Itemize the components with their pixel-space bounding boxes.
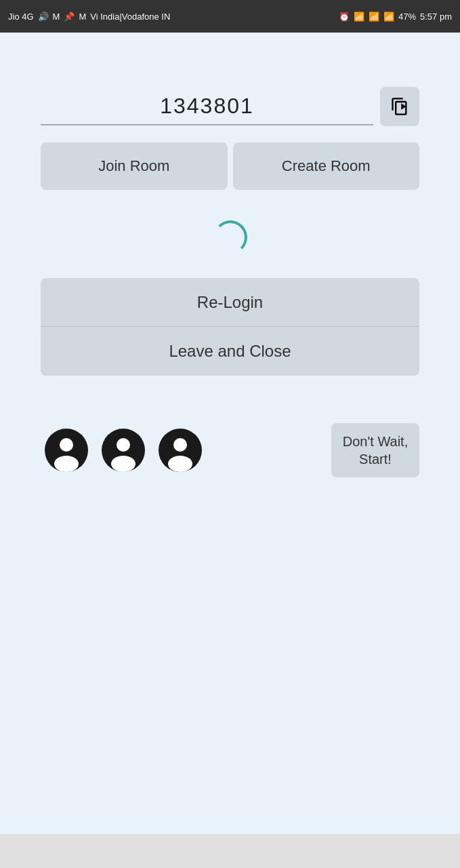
avatar-icon-3 <box>159 429 202 472</box>
alarm-icon: ⏰ <box>339 12 350 22</box>
copy-icon <box>390 97 409 116</box>
main-content: Join Room Create Room Re-Login Leave and… <box>0 33 460 834</box>
status-bar: Jio 4G 🔊 M 📌 M Vi India|Vodafone IN ⏰ 📶 … <box>0 0 460 33</box>
carrier-label: Jio 4G <box>8 12 34 22</box>
avatar-icon-2 <box>102 429 145 472</box>
user-avatar-2 <box>98 425 149 476</box>
re-login-button[interactable]: Re-Login <box>41 278 419 327</box>
wifi-icon: 📶 <box>354 12 364 22</box>
pin-icon: 📌 <box>64 12 75 22</box>
svg-point-5 <box>117 438 130 452</box>
room-buttons-row: Join Room Create Room <box>41 142 419 190</box>
avatar-icon-1 <box>45 429 88 472</box>
time-label: 5:57 pm <box>420 12 452 22</box>
battery-label: 47% <box>398 12 416 22</box>
create-room-button[interactable]: Create Room <box>233 142 420 190</box>
gmail-icon: M <box>53 12 60 22</box>
room-id-input[interactable] <box>41 88 373 125</box>
svg-point-9 <box>168 456 192 472</box>
svg-point-2 <box>60 438 73 452</box>
status-right: ⏰ 📶 📶 📶 47% 5:57 pm <box>339 12 452 22</box>
network-icon: 🔊 <box>38 12 49 22</box>
room-input-row <box>41 87 419 126</box>
status-left: Jio 4G 🔊 M 📌 M Vi India|Vodafone IN <box>8 12 170 22</box>
signal1-icon: 📶 <box>369 12 379 22</box>
user-avatars <box>41 425 206 476</box>
copy-button[interactable] <box>380 87 419 126</box>
action-buttons: Re-Login Leave and Close <box>41 278 419 376</box>
svg-point-8 <box>173 438 187 452</box>
user-avatar-3 <box>154 425 206 476</box>
signal2-icon: 📶 <box>383 12 394 22</box>
leave-and-close-button[interactable]: Leave and Close <box>41 327 419 376</box>
bottom-row: Don't Wait, Start! <box>41 423 419 477</box>
svg-point-3 <box>54 456 79 472</box>
user-avatar-1 <box>41 425 92 476</box>
loading-spinner <box>210 217 251 258</box>
dont-wait-start-button[interactable]: Don't Wait, Start! <box>331 423 419 477</box>
carrier2-label: Vi India|Vodafone IN <box>90 12 170 22</box>
join-room-button[interactable]: Join Room <box>41 142 228 190</box>
spinner-circle <box>213 220 247 254</box>
svg-point-6 <box>111 456 135 472</box>
bottom-navigation-bar <box>0 834 460 868</box>
gmail2-icon: M <box>79 12 86 22</box>
